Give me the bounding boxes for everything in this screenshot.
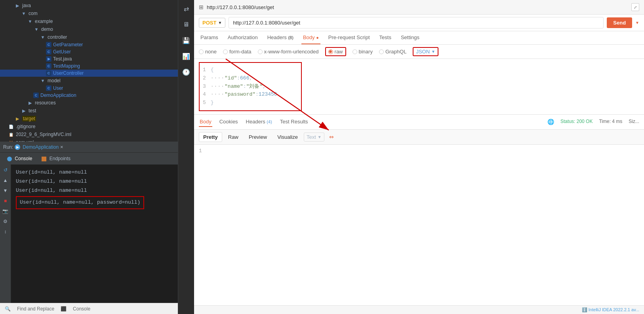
tab-console[interactable]: Console xyxy=(3,154,36,163)
headers-badge: (8) xyxy=(288,35,293,40)
app-icon: ▶ xyxy=(15,144,20,150)
screen-icon[interactable]: 🖥 xyxy=(181,19,192,30)
tree-item-target[interactable]: ▶ target xyxy=(0,115,178,123)
tab-settings[interactable]: Settings xyxy=(399,31,421,44)
tree-label: UserController xyxy=(53,70,84,76)
tree-item-gitignore[interactable]: 📄 .gitignore xyxy=(0,123,178,131)
java-icon: C xyxy=(33,93,39,98)
url-input[interactable] xyxy=(229,17,604,28)
resp-tab-test-results[interactable]: Test Results xyxy=(279,117,309,127)
resp-tab-cookies[interactable]: Cookies xyxy=(219,117,239,127)
tree-item-iml[interactable]: 📋 2022_9_6_SpringMVC.iml xyxy=(0,131,178,138)
fmt-visualize[interactable]: Visualize xyxy=(273,132,302,142)
wrap-icon[interactable]: ⇔ xyxy=(329,134,334,140)
code-line-2: ····"id":666, xyxy=(203,74,298,83)
method-label: POST xyxy=(202,20,216,26)
tree-item-testjava[interactable]: ▶ Test.java xyxy=(0,55,178,62)
tree-label: java xyxy=(22,3,31,8)
disk-icon[interactable]: 💾 xyxy=(181,35,192,46)
tree-label: example xyxy=(35,19,53,24)
tab-pre-request[interactable]: Pre-request Script xyxy=(327,31,372,44)
folder-icon: ▶ xyxy=(14,2,21,9)
resp-tab-headers[interactable]: Headers (4) xyxy=(245,117,273,127)
tree-label: 2022_9_6_SpringMVC.iml xyxy=(16,132,71,137)
radio-urlencoded[interactable]: x-www-form-urlencoded xyxy=(258,49,319,55)
body-editor[interactable]: 1 2 3 4 5 { ····"id":666, ····"name":"刘备… xyxy=(194,59,644,115)
text-dropdown[interactable]: Text ▼ xyxy=(304,132,324,142)
chart-icon[interactable]: 📊 xyxy=(181,51,192,62)
json-selector[interactable]: JSON ▼ xyxy=(413,47,438,56)
tree-item-demoapplication[interactable]: C DemoApplication xyxy=(0,92,178,99)
expand-icon[interactable]: ⊞ xyxy=(199,4,204,10)
send-button[interactable]: Send xyxy=(607,17,632,28)
tab-body[interactable]: Body ● xyxy=(301,31,320,44)
tree-item-example[interactable]: ▼ example xyxy=(0,17,178,25)
radio-dot-form-data xyxy=(223,49,228,54)
tab-authorization[interactable]: Authorization xyxy=(226,31,259,44)
intellij-badge: ℹ️ IntelliJ IDEA 2022.2.1 av... xyxy=(582,307,639,312)
json-label: JSON xyxy=(416,49,430,55)
stop-icon[interactable]: ■ xyxy=(2,197,10,205)
resp-tab-body[interactable]: Body xyxy=(199,117,212,127)
method-selector[interactable]: POST ▼ xyxy=(199,18,225,28)
expand-button[interactable]: ⤢ xyxy=(631,3,639,11)
sort-icon[interactable]: ↕ xyxy=(2,228,10,236)
console-bar-icon: ⬛ xyxy=(61,306,67,312)
tab-tests[interactable]: Tests xyxy=(378,31,393,44)
filter-icon[interactable]: ⚙ xyxy=(2,218,10,225)
tree-item-testmapping[interactable]: C TestMapping xyxy=(0,62,178,70)
close-tab-button[interactable]: × xyxy=(60,144,63,150)
history-icon[interactable]: 🕐 xyxy=(181,66,192,78)
tab-endpoints[interactable]: Endpoints xyxy=(38,154,74,163)
folder-icon: ▼ xyxy=(40,34,46,40)
tree-item-demo[interactable]: ▼ demo xyxy=(0,25,178,33)
folder-icon: ▼ xyxy=(40,78,46,84)
file-icon: 📋 xyxy=(8,131,14,138)
tree-item-getparameter[interactable]: C GetParameter xyxy=(0,41,178,48)
tree-item-controller[interactable]: ▼ controller xyxy=(0,33,178,41)
run-side-panel: ↺ ▲ ▼ ■ 📷 ⚙ ↕ xyxy=(0,165,11,303)
radio-raw[interactable]: raw xyxy=(328,49,343,55)
body-options: none form-data x-www-form-urlencoded raw… xyxy=(194,45,644,59)
find-icon: 🔍 xyxy=(5,306,11,312)
down-icon[interactable]: ▼ xyxy=(2,187,10,195)
tree-item-test[interactable]: ▶ test xyxy=(0,107,178,115)
radio-none[interactable]: none xyxy=(199,49,217,55)
code-line-5: } xyxy=(203,99,298,107)
radio-raw-box[interactable]: raw xyxy=(325,47,346,56)
radio-binary[interactable]: binary xyxy=(352,49,373,55)
tree-item-pom[interactable]: M pom.xml xyxy=(0,138,178,142)
run-app-name: DemoApplication xyxy=(23,144,59,150)
radio-graphql[interactable]: GraphQL xyxy=(379,49,406,55)
tree-item-model[interactable]: ▼ model xyxy=(0,77,178,85)
tree-item-java[interactable]: ▶ java xyxy=(0,2,178,9)
tab-headers[interactable]: Headers (8) xyxy=(266,31,295,44)
tree-label: model xyxy=(48,78,61,83)
tree-item-usercontroller[interactable]: C UserController xyxy=(0,70,178,77)
tree-item-user[interactable]: C User xyxy=(0,85,178,92)
restart-icon[interactable]: ↺ xyxy=(2,166,10,174)
endpoints-icon xyxy=(42,157,46,161)
camera-icon[interactable]: 📷 xyxy=(2,207,10,215)
tree-item-com[interactable]: ▼ com xyxy=(0,9,178,17)
tree-label: TestMapping xyxy=(53,63,80,69)
find-replace-label[interactable]: Find and Replace xyxy=(17,306,54,312)
tree-label: .gitignore xyxy=(16,124,35,129)
send-chevron[interactable]: ▼ xyxy=(635,21,639,25)
tree-item-getuser[interactable]: C GetUser xyxy=(0,48,178,55)
fmt-pretty[interactable]: Pretty xyxy=(199,132,222,142)
tab-params[interactable]: Params xyxy=(199,31,220,44)
up-icon[interactable]: ▲ xyxy=(2,176,10,184)
fmt-preview[interactable]: Preview xyxy=(244,132,271,142)
radio-form-data[interactable]: form-data xyxy=(223,49,252,55)
fmt-raw[interactable]: Raw xyxy=(224,132,243,142)
file-tree[interactable]: ▶ java ▼ com ▼ example ▼ demo xyxy=(0,0,178,142)
postman-url-bar: ⊞ http://127.0.0.1:8080/user/get ⤢ xyxy=(194,0,644,15)
tree-item-resources[interactable]: ▶ resources xyxy=(0,99,178,107)
java-icon: C xyxy=(46,70,51,76)
body-dot: ● xyxy=(316,35,319,40)
folder-icon: ▼ xyxy=(21,10,27,17)
console-bar-label[interactable]: Console xyxy=(73,306,90,312)
java-icon: C xyxy=(46,85,51,91)
connection-icon[interactable]: ⇄ xyxy=(181,3,192,14)
